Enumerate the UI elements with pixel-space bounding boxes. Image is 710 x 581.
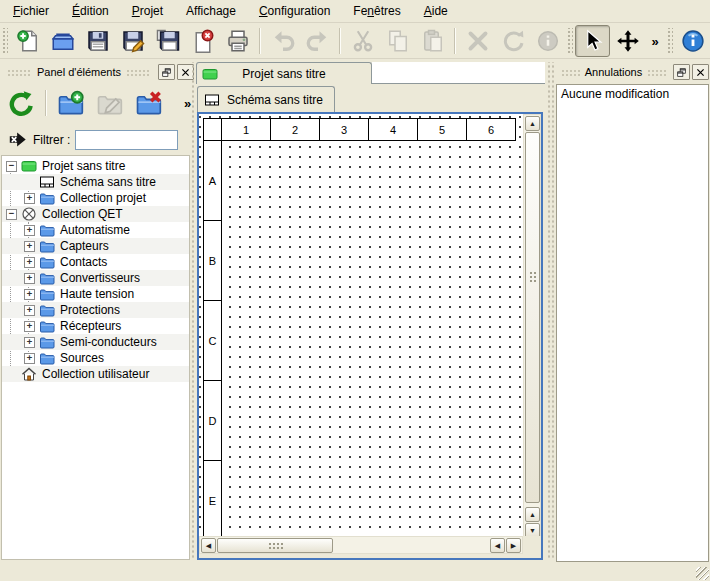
open-document-button[interactable] (45, 25, 80, 57)
splitter[interactable] (190, 62, 196, 560)
tree-expander-plus-icon[interactable]: + (24, 193, 35, 204)
column-header: 3 (319, 118, 369, 141)
delete-category-button[interactable] (129, 85, 168, 121)
vertical-scroll-thumb[interactable] (525, 132, 540, 503)
print-button[interactable] (220, 25, 255, 57)
menu-affichage[interactable]: Affichage (177, 1, 245, 21)
dock-texture (7, 68, 32, 77)
toolbar-handle[interactable] (666, 28, 673, 54)
about-qet-button[interactable] (675, 25, 710, 57)
tree-item-recepteurs[interactable]: +Récepteurs (2, 318, 189, 334)
menu-fenetres[interactable]: Fenêtres (344, 1, 409, 21)
thumb-grip (268, 542, 285, 551)
schema-icon (39, 174, 55, 190)
tree-item-capteurs[interactable]: +Capteurs (2, 238, 189, 254)
filter-label: Filtrer : (33, 133, 70, 147)
horizontal-scroll-thumb[interactable] (217, 538, 333, 553)
menu-fichier[interactable]: Fichier (4, 1, 58, 21)
paste-button[interactable] (415, 25, 450, 57)
close-document-button[interactable] (185, 25, 220, 57)
redo-button[interactable] (300, 25, 335, 57)
blue-folder-icon (39, 302, 55, 318)
float-panel-button[interactable] (158, 64, 175, 80)
tab-projet-sans-titre[interactable]: Projet sans titre (196, 62, 372, 84)
undo-history-list[interactable]: Aucune modification (556, 84, 709, 562)
save-as-button[interactable] (115, 25, 150, 57)
cut-button[interactable] (345, 25, 380, 57)
tree-expander-plus-icon[interactable]: + (24, 273, 35, 284)
move-diagram-button[interactable] (610, 25, 645, 57)
clear-filter-button[interactable] (8, 130, 28, 150)
size-grip[interactable] (696, 567, 709, 580)
tree-expander-minus-icon[interactable]: − (6, 161, 17, 172)
scroll-left-button[interactable]: ◀ (490, 538, 505, 553)
save-all-button[interactable] (150, 25, 185, 57)
edit-category-button[interactable] (90, 85, 129, 121)
tree-item-convertisseurs[interactable]: +Convertisseurs (2, 270, 189, 286)
tree-expander-plus-icon[interactable]: + (24, 337, 35, 348)
menu-configuration[interactable]: Configuration (250, 1, 339, 21)
menu-edition[interactable]: Édition (63, 1, 118, 21)
blue-folder-icon (39, 238, 55, 254)
filter-input[interactable] (75, 130, 178, 150)
schema-tab-label: Schéma sans titre (227, 93, 323, 107)
delete-button[interactable] (460, 25, 495, 57)
tree-item-haute-tension[interactable]: +Haute tension (2, 286, 189, 302)
main-toolbar: »» (0, 24, 710, 59)
row-header: A (203, 140, 222, 221)
save-button[interactable] (80, 25, 115, 57)
column-header: 6 (466, 118, 516, 141)
tree-item-protections[interactable]: +Protections (2, 302, 189, 318)
column-header: 1 (221, 118, 271, 141)
tree-item-sources[interactable]: +Sources (2, 350, 189, 366)
tree-expander-plus-icon[interactable]: + (24, 305, 35, 316)
tree-expander-plus-icon[interactable]: + (24, 257, 35, 268)
new-category-button[interactable] (51, 85, 90, 121)
tree-item-label: Haute tension (60, 287, 134, 301)
tree-item-collection-qet[interactable]: −Collection QET (2, 206, 189, 222)
tree-item-projet-sans-titre[interactable]: −Projet sans titre (2, 158, 189, 174)
reload-collections-button[interactable] (2, 85, 41, 121)
tree-item-collection-utilisateur[interactable]: Collection utilisateur (2, 366, 189, 382)
toolbar-overflow-button[interactable]: » (645, 25, 665, 57)
scroll-up-button[interactable]: ▲ (525, 507, 540, 522)
scroll-left-button[interactable]: ◀ (201, 538, 216, 553)
horizontal-scrollbar[interactable]: ◀ ◀ ▶ (199, 536, 523, 554)
tree-expander-plus-icon[interactable]: + (24, 353, 35, 364)
diagram-canvas[interactable]: 123456ABCDE (199, 114, 523, 540)
menu-projet[interactable]: Projet (123, 1, 172, 21)
dock-texture (126, 68, 151, 77)
undo-button[interactable] (265, 25, 300, 57)
tree-item-label: Contacts (60, 255, 107, 269)
blue-folder-icon (39, 190, 55, 206)
select-pointer-button[interactable] (575, 25, 610, 57)
tree-expander-plus-icon[interactable]: + (24, 289, 35, 300)
tree-item-label: Semi-conducteurs (60, 335, 157, 349)
elements-panel-title: Panel d'éléments (37, 66, 121, 78)
close-panel-button[interactable] (692, 64, 709, 80)
toolbar-handle[interactable] (1, 28, 8, 54)
schema-tabbar: Schéma sans titre (196, 85, 545, 112)
tree-item-collection-projet[interactable]: +Collection projet (2, 190, 189, 206)
tree-item-semi-conducteurs[interactable]: +Semi-conducteurs (2, 334, 189, 350)
scroll-right-button[interactable]: ▶ (506, 538, 521, 553)
tree-item-automatisme[interactable]: +Automatisme (2, 222, 189, 238)
tree-item-contacts[interactable]: +Contacts (2, 254, 189, 270)
rotate-button[interactable] (495, 25, 530, 57)
tree-item-schema-sans-titre[interactable]: Schéma sans titre (2, 174, 189, 190)
vertical-scrollbar[interactable]: ▲ ▲ ▼ (523, 114, 541, 540)
tree-expander-plus-icon[interactable]: + (24, 225, 35, 236)
menu-aide[interactable]: Aide (415, 1, 457, 21)
element-infos-button[interactable] (530, 25, 565, 57)
copy-button[interactable] (380, 25, 415, 57)
scroll-up-button[interactable]: ▲ (525, 116, 540, 131)
tree-expander-minus-icon[interactable]: − (6, 209, 17, 220)
toolbar-handle[interactable] (566, 28, 573, 54)
tree-expander-plus-icon[interactable]: + (24, 241, 35, 252)
tab-schema-sans-titre[interactable]: Schéma sans titre (197, 86, 335, 112)
new-document-button[interactable] (10, 25, 45, 57)
tree-expander-plus-icon[interactable]: + (24, 321, 35, 332)
splitter[interactable] (546, 62, 554, 560)
float-panel-button[interactable] (673, 64, 690, 80)
titleblock-corner-cell (203, 118, 222, 141)
